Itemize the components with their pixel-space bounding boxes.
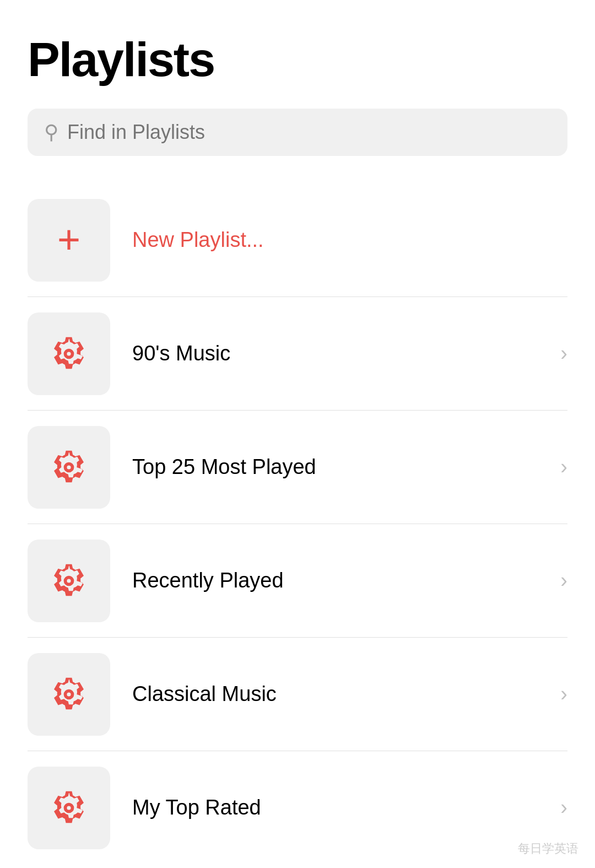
gear-icon-my-top-rated [49,788,89,828]
playlist-label-top-25-most-played: Top 25 Most Played [132,455,555,479]
gear-icon-recently-played [49,561,89,601]
chevron-icon-90s-music: › [560,342,567,365]
playlist-item-classical-music[interactable]: Classical Music › [28,638,567,751]
watermark: 每日学英语 [518,840,578,857]
gear-icon-top-25-most-played [49,448,89,487]
plus-icon: + [57,219,80,259]
playlist-label-90s-music: 90's Music [132,342,555,365]
playlist-item-90s-music[interactable]: 90's Music › [28,297,567,411]
playlist-item-recently-played[interactable]: Recently Played › [28,524,567,638]
playlist-item-my-top-rated[interactable]: My Top Rated › [28,751,567,865]
gear-icon-90s-music [49,334,89,374]
playlist-items-container: 90's Music › Top 25 Most Played › Recent… [28,297,567,865]
chevron-icon-my-top-rated: › [560,796,567,820]
search-icon: ⚲ [44,122,58,142]
playlist-label-recently-played: Recently Played [132,569,555,592]
playlist-icon-box-recently-played [28,540,110,622]
page-title: Playlists [28,33,567,87]
chevron-icon-classical-music: › [560,682,567,706]
chevron-icon-top-25-most-played: › [560,455,567,479]
playlist-label-my-top-rated: My Top Rated [132,796,555,820]
search-bar[interactable]: ⚲ [28,109,567,156]
search-input[interactable] [67,121,551,144]
new-playlist-button[interactable]: + New Playlist... [28,184,567,297]
playlist-icon-box-90s-music [28,312,110,395]
playlist-label-classical-music: Classical Music [132,682,555,706]
gear-icon-classical-music [49,675,89,714]
playlist-icon-box-my-top-rated [28,767,110,849]
playlist-list: + New Playlist... 90's Music › Top 25 Mo… [28,184,567,865]
playlist-icon-box-classical-music [28,653,110,736]
chevron-icon-recently-played: › [560,569,567,592]
new-playlist-icon-box: + [28,199,110,282]
playlist-item-top-25-most-played[interactable]: Top 25 Most Played › [28,411,567,524]
playlist-icon-box-top-25-most-played [28,426,110,509]
new-playlist-label: New Playlist... [132,228,567,252]
